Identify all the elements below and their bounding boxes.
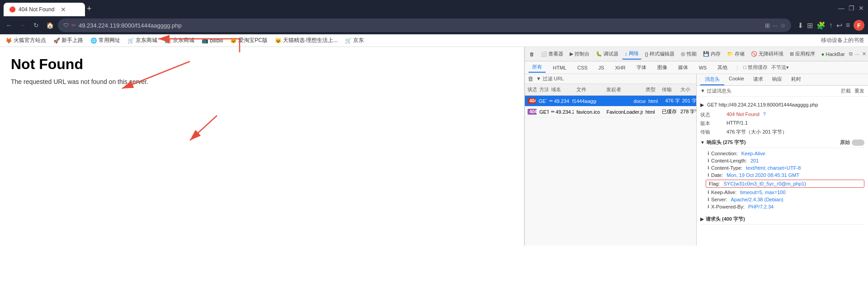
devtools-style[interactable]: {} 样式编辑器 bbox=[642, 49, 677, 59]
qr-icon[interactable]: ⊞ bbox=[765, 22, 770, 29]
devtools-performance[interactable]: ◎ 性能 bbox=[678, 49, 699, 59]
devtools-console[interactable]: ▶ 控制台 bbox=[567, 49, 592, 59]
bookmark-jd2[interactable]: 🛍️ 京东商城 bbox=[163, 36, 196, 45]
network-row[interactable]: 404 GET ✏49.234.224.119:8000 favicon.ico… bbox=[525, 107, 696, 117]
filter-type-css[interactable]: CSS bbox=[574, 64, 591, 72]
version-label: 版本 bbox=[700, 120, 723, 127]
network-list-clear-icon[interactable]: 🗑 bbox=[528, 75, 533, 82]
network-list: 🗑 ▼ 过滤 URL 状态 方法 域名 文件 发起者 类型 传输 大小 bbox=[525, 74, 697, 246]
tab-timing[interactable]: 耗时 bbox=[787, 74, 806, 85]
bookmark-tmall[interactable]: 😺 天猫精选·理想生活上... bbox=[273, 36, 340, 45]
devtools-clear[interactable]: 🗑 bbox=[527, 50, 537, 59]
devtools-a11y[interactable]: 🚫 无障碍环境 bbox=[748, 49, 786, 59]
row-encoding-2: 已缓存 bbox=[659, 107, 678, 116]
tab-request[interactable]: 请求 bbox=[749, 74, 768, 85]
devtools-network[interactable]: ↕ 网络 bbox=[622, 48, 642, 60]
forward-button[interactable]: → bbox=[17, 22, 28, 29]
filter-type-other[interactable]: 其他 bbox=[714, 63, 731, 72]
devtools-inspector[interactable]: ⬜ 查看器 bbox=[538, 49, 566, 59]
row-status-2: 404 bbox=[525, 108, 537, 116]
filter-type-all[interactable]: 所有 bbox=[528, 62, 546, 73]
bookmark-common[interactable]: 🌐 常用网址 bbox=[89, 36, 122, 45]
bookmark-firefox[interactable]: 🦊 火狐官方站点 bbox=[4, 36, 48, 45]
throttle-dropdown[interactable]: 不节流▾ bbox=[771, 64, 789, 71]
devtools-debugger[interactable]: 🐛 调试器 bbox=[593, 49, 621, 59]
col-status: 状态 bbox=[525, 85, 537, 94]
devtools-storage[interactable]: 📁 存储 bbox=[724, 49, 747, 59]
avatar-icon[interactable]: F bbox=[854, 20, 864, 31]
col-size: 大小 bbox=[678, 85, 696, 94]
bookmark-taobao[interactable]: 🐱 爱淘宝PC版 bbox=[228, 36, 269, 45]
bookmark-label: 爱淘宝PC版 bbox=[238, 37, 268, 44]
request-headers-section[interactable]: ▶ 请求头 (400 字节) bbox=[700, 214, 864, 225]
mobile-bookmarks[interactable]: 移动设备上的书签 bbox=[821, 37, 864, 44]
sync-icon[interactable]: ↑ bbox=[829, 21, 833, 29]
filter-type-media[interactable]: 媒体 bbox=[675, 63, 692, 72]
detail-panel: 消息头 Cookie 请求 响应 耗时 ▼ 过滤消息头 拦截 重发 bbox=[697, 74, 868, 246]
filter-type-ws[interactable]: WS bbox=[695, 64, 711, 72]
bookmark-newbie[interactable]: 🚀 新手上路 bbox=[52, 36, 85, 45]
network-row[interactable]: 404 GET ✏49.234.224.119:8000 f1444aagggg… bbox=[525, 96, 696, 107]
header-connection: ℹ Connection: Keep-Alive bbox=[700, 150, 864, 157]
download-icon[interactable]: ⬇ bbox=[797, 21, 803, 30]
detach-icon[interactable]: ⧉ bbox=[849, 51, 853, 57]
row-initiator bbox=[596, 100, 631, 102]
row-domain: ✏49.234.224.119:8000 bbox=[547, 97, 569, 105]
tab-cookies[interactable]: Cookie bbox=[724, 74, 749, 85]
row-size: 201 字节 bbox=[679, 97, 696, 105]
devtools-memory[interactable]: 💾 内存 bbox=[700, 49, 723, 59]
active-tab[interactable]: 🔴 404 Not Found ✕ bbox=[4, 3, 85, 16]
version-value: HTTP/1.1 bbox=[726, 120, 748, 127]
bookmark-star-icon[interactable]: ☆ bbox=[780, 22, 786, 29]
menu-icon[interactable]: ≡ bbox=[846, 21, 850, 29]
col-type: 类型 bbox=[643, 85, 659, 94]
home-button[interactable]: 🏠 bbox=[44, 22, 55, 29]
raw-toggle-switch[interactable] bbox=[852, 139, 864, 146]
extensions-icon[interactable]: 🧩 bbox=[816, 21, 826, 30]
tab-favicon: 🔴 bbox=[9, 6, 16, 13]
filter-type-font[interactable]: 字体 bbox=[633, 63, 650, 72]
more-icon[interactable]: ··· bbox=[773, 22, 778, 29]
restore-button[interactable]: ❐ bbox=[848, 5, 854, 12]
url-bar[interactable]: 🛡 ✏ 49.234.224.119:8000/f1444aagggg.php … bbox=[58, 19, 791, 32]
tab-close-button[interactable]: ✕ bbox=[61, 6, 66, 13]
tab-response[interactable]: 响应 bbox=[768, 74, 787, 85]
status-help-icon[interactable]: ? bbox=[763, 111, 766, 118]
bookmarks-bar: 🦊 火狐官方站点 🚀 新手上路 🌐 常用网址 🛒 京东商城 🛍️ 京东商城 📺 bbox=[0, 34, 868, 47]
filter-type-js[interactable]: JS bbox=[595, 64, 608, 72]
header-server: ℹ Server: Apache/2.4.38 (Debian) bbox=[700, 196, 864, 203]
header-date: ℹ Date: Mon, 19 Oct 2020 08:45:31 GMT bbox=[700, 172, 864, 179]
reload-button[interactable]: ↻ bbox=[31, 22, 42, 29]
bookmark-label: 京东商城 bbox=[136, 37, 157, 44]
more-tools-icon[interactable]: ··· bbox=[855, 51, 859, 57]
back-button[interactable]: ← bbox=[4, 22, 14, 29]
style-icon: {} bbox=[645, 51, 648, 57]
header-keep-alive: ℹ Keep-Alive: timeout=5, max=100 bbox=[700, 189, 864, 196]
bookmark-icon-jd3: 🛒 bbox=[345, 37, 352, 44]
bookmark-jd3[interactable]: 🛒 京东 bbox=[343, 36, 366, 45]
bookmark-bilibili[interactable]: 📺 bilibili bbox=[200, 37, 225, 45]
status-label: 状态 bbox=[700, 111, 723, 118]
tab-headers[interactable]: 消息头 bbox=[700, 74, 724, 85]
bookmark-icon-common: 🌐 bbox=[90, 37, 97, 44]
row-file: f1444aagggg.php bbox=[570, 97, 596, 105]
filter-type-xhr[interactable]: XHR bbox=[611, 64, 629, 72]
filter-type-html[interactable]: HTML bbox=[549, 64, 570, 72]
disable-cache-checkbox[interactable]: □ 禁用缓存 bbox=[743, 64, 768, 71]
close-button[interactable]: ✕ bbox=[858, 5, 864, 12]
section-arrow: ▼ bbox=[700, 140, 705, 145]
new-tab-button[interactable]: + bbox=[87, 4, 92, 14]
devtools-application[interactable]: ⊞ 应用程序 bbox=[787, 49, 818, 59]
devtools-hackbar[interactable]: ● HackBar bbox=[819, 50, 848, 59]
bookmark-jd1[interactable]: 🛒 京东商城 bbox=[126, 36, 159, 45]
page-content: Not Found The requested URL was not foun… bbox=[0, 47, 524, 246]
response-headers-section[interactable]: ▼ 响应头 (275 字节) 原始 bbox=[700, 137, 864, 148]
filter-type-img[interactable]: 图像 bbox=[654, 63, 671, 72]
close-devtools-icon[interactable]: ✕ bbox=[862, 51, 866, 57]
row-initiator-2: FaviconLoader.jsm:179 (img) bbox=[604, 108, 642, 116]
page-body: The requested URL was not found on this … bbox=[11, 78, 513, 85]
undo-icon[interactable]: ↩ bbox=[836, 21, 842, 30]
minimize-button[interactable]: — bbox=[838, 5, 844, 12]
sidebar-icon[interactable]: ⊞ bbox=[807, 21, 813, 30]
inspector-icon: ⬜ bbox=[541, 51, 547, 57]
